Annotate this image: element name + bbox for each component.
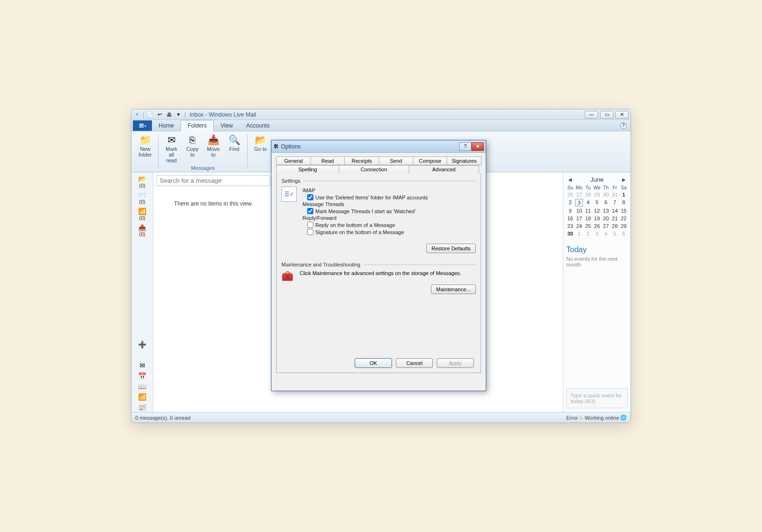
nav-outbox[interactable]: 📤(0) xyxy=(135,223,150,238)
calendar-day[interactable]: 15 xyxy=(620,207,628,214)
mark-all-read-button[interactable]: ✉ Markall read xyxy=(161,132,181,165)
calendar-day[interactable]: 20 xyxy=(602,215,610,222)
calendar-day[interactable]: 18 xyxy=(584,215,592,222)
calendar-day[interactable]: 28 xyxy=(611,223,619,229)
calendar-day[interactable]: 6 xyxy=(602,199,610,207)
reply-bottom-checkbox[interactable] xyxy=(307,222,313,228)
minimize-button[interactable]: — xyxy=(585,111,598,118)
calendar-day[interactable]: 25 xyxy=(584,223,592,229)
calendar-day[interactable]: 11 xyxy=(584,207,592,214)
calendar-day[interactable]: 4 xyxy=(602,230,610,237)
copy-to-button[interactable]: ⎘ Copyto xyxy=(182,132,202,165)
calendar-day[interactable]: 2 xyxy=(584,230,592,237)
tab-general[interactable]: General xyxy=(276,157,311,165)
nav-feeds-shortcut[interactable]: 📶 xyxy=(135,392,150,402)
ok-button[interactable]: OK xyxy=(355,358,392,368)
qat-reply-icon[interactable]: ↩ xyxy=(156,111,163,118)
maximize-button[interactable]: ▭ xyxy=(600,111,613,118)
calendar-prev-button[interactable]: ◀ xyxy=(566,177,574,182)
calendar-day[interactable]: 5 xyxy=(593,199,601,207)
nav-mail-shortcut[interactable]: ✉ xyxy=(135,361,150,370)
nav-newsgroups-shortcut[interactable]: 📰 xyxy=(135,403,150,412)
tab-folders[interactable]: Folders xyxy=(180,120,214,131)
tab-send[interactable]: Send xyxy=(379,157,413,165)
tab-connection[interactable]: Connection xyxy=(339,165,409,174)
calendar-next-button[interactable]: ▶ xyxy=(620,177,628,182)
calendar-day[interactable]: 29 xyxy=(620,223,628,229)
find-button[interactable]: 🔍 Find xyxy=(224,132,244,165)
imap-deleted-checkbox-row[interactable]: Use the 'Deleted Items' folder for IMAP … xyxy=(307,194,476,200)
calendar-day[interactable]: 3 xyxy=(593,230,601,237)
threads-watched-checkbox[interactable] xyxy=(307,208,313,214)
apply-button[interactable]: Apply xyxy=(437,358,474,368)
calendar-day[interactable]: 30 xyxy=(566,230,574,237)
calendar-day[interactable]: 13 xyxy=(602,207,610,214)
quick-event-input[interactable]: Type a quick event for today (6/3) xyxy=(566,388,628,408)
imap-deleted-checkbox[interactable] xyxy=(307,194,313,200)
calendar-day[interactable]: 27 xyxy=(602,223,610,229)
qat-dropdown-icon[interactable]: ▾ xyxy=(175,111,182,118)
nav-unread[interactable]: 📨(0) xyxy=(135,190,150,206)
nav-contacts-shortcut[interactable]: 📖 xyxy=(135,382,150,391)
restore-defaults-button[interactable]: Restore Defaults xyxy=(426,244,476,253)
calendar-day[interactable]: 29 xyxy=(593,191,601,198)
calendar-day[interactable]: 26 xyxy=(566,191,574,198)
close-button[interactable]: ✕ xyxy=(615,111,629,118)
warning-icon[interactable]: ⚠ xyxy=(579,414,583,421)
signature-bottom-checkbox[interactable] xyxy=(307,229,313,235)
calendar-day[interactable]: 14 xyxy=(611,207,619,214)
tab-receipts[interactable]: Receipts xyxy=(344,157,379,165)
calendar-day[interactable]: 17 xyxy=(575,215,583,222)
calendar-day[interactable]: 28 xyxy=(584,191,592,198)
calendar-day[interactable]: 26 xyxy=(593,223,601,229)
move-to-button[interactable]: 📥 Moveto xyxy=(203,132,223,165)
calendar-day[interactable]: 12 xyxy=(593,207,601,214)
calendar-day[interactable]: 1 xyxy=(575,230,583,237)
calendar-day[interactable]: 8 xyxy=(620,199,628,207)
tab-view[interactable]: View xyxy=(214,120,240,131)
nav-add-account[interactable]: ➕ xyxy=(135,340,150,349)
help-icon[interactable]: ? xyxy=(620,122,627,129)
file-menu-button[interactable] xyxy=(133,120,152,131)
qat-print-icon[interactable]: 🖶 xyxy=(165,111,173,118)
tab-read[interactable]: Read xyxy=(311,157,345,165)
calendar-day[interactable]: 16 xyxy=(566,215,574,222)
calendar-day[interactable]: 4 xyxy=(584,199,592,207)
calendar-day[interactable]: 7 xyxy=(611,199,619,207)
dialog-close-button[interactable]: ✕ xyxy=(471,142,484,151)
calendar-day[interactable]: 1 xyxy=(620,191,628,198)
tab-accounts[interactable]: Accounts xyxy=(240,120,276,131)
tab-spelling[interactable]: Spelling xyxy=(276,165,339,174)
calendar-day[interactable]: 22 xyxy=(620,215,628,222)
calendar-day[interactable]: 30 xyxy=(602,191,610,198)
calendar-day[interactable]: 31 xyxy=(611,191,619,198)
nav-feeds[interactable]: 📶(0) xyxy=(135,207,150,222)
calendar-day[interactable]: 21 xyxy=(611,215,619,222)
calendar-day[interactable]: 19 xyxy=(593,215,601,222)
calendar-day[interactable]: 6 xyxy=(620,230,628,237)
tab-home[interactable]: Home xyxy=(152,120,180,131)
tab-compose[interactable]: Compose xyxy=(413,157,448,165)
cancel-button[interactable]: Cancel xyxy=(396,358,433,368)
calendar-day[interactable]: 24 xyxy=(575,223,583,229)
calendar-day[interactable]: 3 xyxy=(575,199,583,207)
calendar-day[interactable]: 23 xyxy=(566,223,574,229)
tab-signatures[interactable]: Signatures xyxy=(447,157,481,165)
maintenance-button[interactable]: Maintenance... xyxy=(431,285,476,294)
search-input[interactable] xyxy=(156,175,271,186)
dialog-help-button[interactable]: ? xyxy=(459,142,471,151)
tab-advanced[interactable]: Advanced xyxy=(409,165,479,174)
calendar-day[interactable]: 2 xyxy=(566,199,574,207)
new-folder-button[interactable]: 📁 Newfolder xyxy=(135,132,155,171)
go-to-button[interactable]: 📂 Go to xyxy=(251,132,271,171)
reply-bottom-checkbox-row[interactable]: Reply on the bottom of a Message xyxy=(307,222,476,228)
calendar-day[interactable]: 5 xyxy=(611,230,619,237)
calendar-day[interactable]: 10 xyxy=(575,207,583,214)
calendar-day[interactable]: 27 xyxy=(575,191,583,198)
threads-watched-checkbox-row[interactable]: Mark Message Threads I start as 'Watched… xyxy=(307,208,476,214)
calendar-day[interactable]: 9 xyxy=(566,207,574,214)
signature-bottom-checkbox-row[interactable]: Signature on the bottom of a Message xyxy=(307,229,476,235)
nav-calendar-shortcut[interactable]: 📅 xyxy=(135,371,150,381)
nav-inbox[interactable]: 📂(0) xyxy=(135,174,150,189)
qat-new-icon[interactable]: 📄 xyxy=(146,111,154,118)
